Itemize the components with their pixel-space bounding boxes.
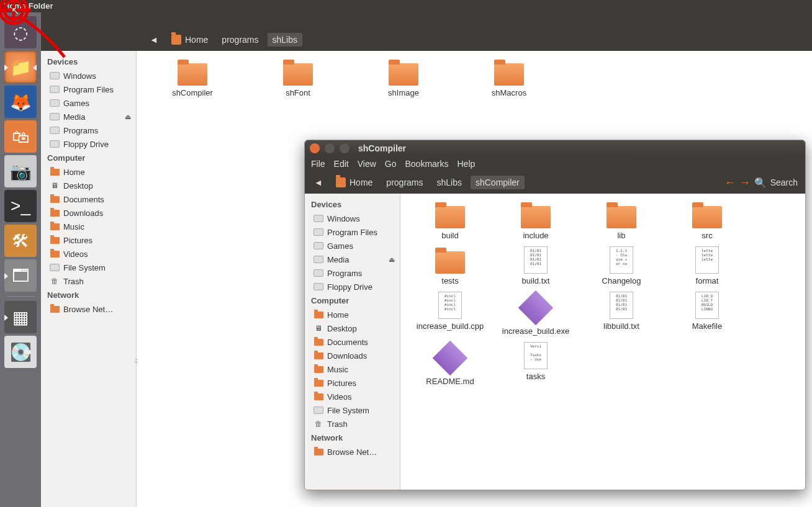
sidebar-item-programs[interactable]: Programs: [307, 266, 397, 280]
sidebar-item-pictures[interactable]: Pictures: [43, 233, 133, 247]
sidebar-heading: Devices: [307, 197, 397, 212]
launcher-dash[interactable]: ◌: [4, 16, 37, 48]
sidebar-item-downloads[interactable]: Downloads: [43, 206, 133, 220]
breadcrumb-shlibs[interactable]: shLibs: [432, 176, 467, 189]
file-makefile[interactable]: LIB_D LIB_T BUILD LIBBUMakefile: [670, 292, 744, 336]
nav-next-icon[interactable]: →: [739, 176, 751, 189]
file-label: libbuild.txt: [603, 321, 639, 331]
launcher-workspaces[interactable]: ▦: [4, 301, 37, 333]
drive-icon: [314, 254, 323, 264]
sidebar-item-videos[interactable]: Videos: [43, 247, 133, 261]
sidebar-item-windows[interactable]: Windows: [307, 212, 397, 225]
file-shmacros[interactable]: shMacros: [466, 58, 553, 97]
search-icon[interactable]: 🔍: [754, 177, 767, 189]
file-increase_build-cpp[interactable]: #incl #incl #incl #inclincrease_build.cp…: [413, 292, 487, 336]
file-changelog[interactable]: 1.2.1 - Cha use + or noChangelog: [584, 246, 659, 285]
file-readme-md[interactable]: README.md: [413, 342, 487, 386]
file-lib[interactable]: lib: [584, 201, 659, 240]
sidebar-item-program-files[interactable]: Program Files: [307, 225, 397, 239]
sidebar-item-program-files[interactable]: Program Files: [43, 83, 133, 96]
sidebar-item-games[interactable]: Games: [43, 96, 133, 110]
file-shfont[interactable]: shFont: [255, 58, 341, 97]
sidebar-item-videos[interactable]: Videos: [307, 390, 397, 403]
launcher-drive[interactable]: 💽: [4, 336, 37, 368]
sidebar-item-home[interactable]: Home: [307, 308, 397, 321]
desktop-icon: 🖥: [314, 323, 323, 333]
sidebar-item-pictures[interactable]: Pictures: [307, 376, 397, 390]
sidebar-item-documents[interactable]: Documents: [307, 335, 397, 349]
sidebar-item-games[interactable]: Games: [307, 239, 397, 253]
breadcrumb-home[interactable]: Home: [331, 176, 377, 189]
breadcrumb-home[interactable]: Home: [166, 33, 213, 47]
window-minimize-button[interactable]: [325, 143, 335, 153]
sidebar-item-desktop[interactable]: 🖥Desktop: [307, 321, 397, 335]
file-tests[interactable]: tests: [413, 246, 487, 285]
sidebar-item-desktop[interactable]: 🖥Desktop: [43, 179, 133, 192]
launcher-software[interactable]: 🛍: [4, 120, 37, 153]
eject-icon[interactable]: ⏏: [125, 113, 131, 121]
file-format[interactable]: lette lette letteformat: [670, 246, 744, 285]
breadcrumb: HomeprogramsshLibs: [166, 33, 302, 47]
eject-icon[interactable]: ⏏: [389, 256, 395, 264]
search-label[interactable]: Search: [770, 177, 798, 187]
sidebar-item-trash[interactable]: 🗑Trash: [307, 417, 397, 431]
menu-go[interactable]: Go: [385, 159, 397, 169]
nav-back-icon[interactable]: ◄: [148, 34, 160, 46]
sidebar-item-browse-net-[interactable]: Browse Net…: [307, 445, 397, 459]
menu-help[interactable]: Help: [458, 159, 476, 169]
sidebar-item-home[interactable]: Home: [43, 165, 133, 179]
sidebar-item-file-system[interactable]: File System: [307, 403, 397, 417]
file-build[interactable]: build: [413, 201, 487, 240]
sidebar-item-windows[interactable]: Windows: [43, 69, 133, 83]
file-increase_build-exe[interactable]: increase_build.exe: [498, 292, 573, 336]
file-shcompiler[interactable]: shCompiler: [149, 58, 236, 97]
sidebar-item-downloads[interactable]: Downloads: [307, 349, 397, 362]
file-src[interactable]: src: [670, 201, 744, 240]
title-bar[interactable]: shCompiler: [305, 140, 805, 156]
breadcrumb-programs[interactable]: programs: [217, 33, 263, 47]
file-label: shCompiler: [172, 88, 213, 97]
folder-icon: [50, 208, 60, 218]
window-maximize-button[interactable]: [340, 143, 350, 153]
sidebar-item-documents[interactable]: Documents: [43, 192, 133, 206]
sidebar-item-browse-net-[interactable]: Browse Net…: [43, 302, 133, 316]
sidebar-item-floppy-drive[interactable]: Floppy Drive: [43, 137, 133, 151]
drive-icon: [314, 227, 323, 237]
launcher-settings[interactable]: 🛠: [4, 225, 37, 257]
sidebar-item-trash[interactable]: 🗑Trash: [43, 274, 133, 288]
launcher-camera[interactable]: 📷: [4, 155, 37, 187]
menu-edit[interactable]: Edit: [334, 159, 349, 169]
file-label: increase_build.exe: [502, 326, 569, 336]
menu-file[interactable]: File: [311, 159, 325, 169]
drive-icon: [50, 84, 60, 94]
sidebar-resize-handle[interactable]: ⠿: [133, 357, 139, 367]
launcher-preview[interactable]: 🗔: [4, 259, 37, 292]
sidebar-item-media[interactable]: Media⏏: [43, 110, 133, 123]
sidebar-item-music[interactable]: Music: [43, 220, 133, 233]
nav-prev-icon[interactable]: ←: [724, 176, 736, 189]
menu-view[interactable]: View: [358, 159, 376, 169]
sidebar-item-file-system[interactable]: File System: [43, 261, 133, 274]
window-close-button[interactable]: [310, 143, 320, 153]
menu-bookmarks[interactable]: Bookmarks: [405, 159, 448, 169]
folder-icon: [314, 392, 323, 402]
file-libbuild-txt[interactable]: 01/01 01/01 01/01 01/01libbuild.txt: [584, 292, 659, 336]
launcher-terminal[interactable]: >_: [4, 190, 37, 222]
file-include[interactable]: include: [498, 201, 573, 240]
file-tasks[interactable]: Versi Tasks - Usetasks: [498, 342, 573, 386]
launcher-files[interactable]: 📁: [4, 51, 37, 83]
file-shimage[interactable]: shImage: [360, 58, 447, 97]
launcher-firefox[interactable]: 🦊: [4, 86, 37, 118]
file-content-area[interactable]: buildincludelibsrctests01/01 01/01 01/01…: [400, 194, 805, 490]
nav-back-icon[interactable]: ◄: [312, 176, 325, 189]
breadcrumb-shcompiler[interactable]: shCompiler: [471, 176, 525, 189]
sidebar-item-music[interactable]: Music: [307, 362, 397, 376]
sidebar: DevicesWindowsProgram FilesGamesMedia⏏Pr…: [41, 51, 137, 507]
sidebar-item-floppy-drive[interactable]: Floppy Drive: [307, 280, 397, 294]
breadcrumb-programs[interactable]: programs: [381, 176, 428, 189]
file-build-txt[interactable]: 01/01 01/01 01/01 01/01build.txt: [498, 246, 573, 285]
sidebar-item-media[interactable]: Media⏏: [307, 253, 397, 266]
breadcrumb-shlibs[interactable]: shLibs: [268, 33, 302, 47]
sidebar-item-programs[interactable]: Programs: [43, 123, 133, 137]
sidebar-heading: Network: [43, 288, 133, 302]
